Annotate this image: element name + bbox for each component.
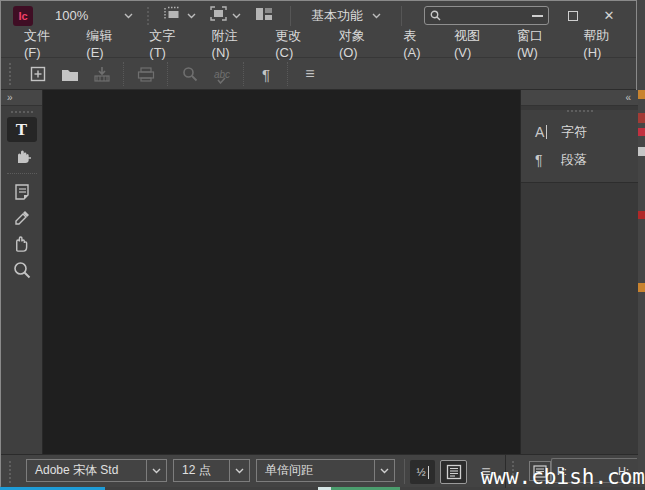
type-tool-icon: T [16, 120, 27, 140]
menu-file[interactable]: 文件(F) [13, 30, 75, 57]
font-size-select[interactable]: 12 点 [173, 459, 250, 482]
note-tool[interactable] [7, 179, 37, 204]
separator [7, 173, 37, 174]
position-tool-icon [12, 146, 32, 166]
separator [243, 62, 245, 86]
separator [404, 459, 405, 484]
line-numbers-toggle[interactable]: ½ [410, 460, 435, 484]
right-dock-panel: « A 字符 ¶ 段落 [520, 90, 638, 454]
type-tool[interactable]: T [7, 117, 37, 142]
print-button[interactable] [130, 61, 162, 87]
zoom-tool-icon [13, 261, 31, 279]
menu-edit[interactable]: 编辑(E) [75, 30, 138, 57]
zoom-level-value: 100% [55, 8, 88, 23]
screen-mode-icon [210, 6, 227, 25]
bottom-drag-handle[interactable] [9, 461, 11, 483]
toolbar-drag-handle[interactable] [9, 63, 12, 85]
incopy-logo: Ic [13, 6, 33, 26]
galley-view-icon [446, 464, 462, 480]
separator [167, 62, 169, 86]
print-icon [137, 67, 155, 82]
font-family-value: Adobe 宋体 Std [27, 462, 146, 479]
arrange-documents-icon [255, 7, 273, 25]
expand-panel-icon: » [7, 92, 12, 103]
find-button[interactable] [174, 61, 206, 87]
new-document-icon [30, 66, 46, 82]
line-numbers-icon-bar [428, 466, 429, 479]
search-icon [182, 66, 198, 82]
tools-panel-header[interactable]: » [1, 90, 42, 106]
menu-bar: 文件(F) 编辑(E) 文字(T) 附注(N) 更改(C) 对象(O) 表(A)… [1, 30, 636, 58]
position-tool[interactable] [7, 143, 37, 168]
collapse-panel-icon: « [625, 92, 630, 103]
new-document-button[interactable] [22, 61, 54, 87]
separator [123, 62, 125, 86]
open-document-button[interactable] [54, 61, 86, 87]
hand-tool[interactable] [7, 231, 37, 256]
open-folder-icon [61, 67, 79, 82]
galley-view-toggle[interactable] [440, 460, 467, 484]
zoom-level-dropdown[interactable]: 100% [55, 8, 133, 23]
menu-table[interactable]: 表(A) [392, 30, 443, 57]
menu-object[interactable]: 对象(O) [328, 30, 392, 57]
maximize-icon [568, 11, 578, 21]
line-numbers-icon: ½ [416, 466, 425, 478]
check-in-icon [93, 66, 111, 82]
chevron-down-icon [146, 460, 166, 481]
arrange-documents-button[interactable] [248, 1, 280, 30]
search-icon [430, 10, 441, 21]
close-icon: ✕ [604, 9, 615, 22]
maximize-button[interactable] [555, 1, 591, 30]
paragraph-panel-icon: ¶ [535, 152, 561, 168]
toolbar: abc ¶ ≡ [1, 59, 636, 90]
character-panel-icon: A [535, 124, 561, 140]
separator [401, 6, 402, 26]
document-area[interactable]: » T [1, 90, 638, 454]
workspace-switcher[interactable]: 基本功能 [301, 7, 391, 25]
panel-tab-paragraph[interactable]: ¶ 段落 [521, 146, 638, 174]
chevron-down-icon [187, 11, 196, 20]
chevron-down-icon [229, 460, 249, 481]
menu-help[interactable]: 帮助(H) [572, 30, 636, 57]
check-in-button[interactable] [86, 61, 118, 87]
chevron-down-icon [232, 11, 241, 20]
window-controls: ✕ [519, 1, 627, 30]
spell-check-button[interactable]: abc [206, 61, 238, 87]
menu-notes[interactable]: 附注(N) [201, 30, 265, 57]
drag-handle[interactable] [147, 7, 149, 25]
hamburger-menu-icon: ≡ [305, 65, 314, 83]
menu-window[interactable]: 窗口(W) [506, 30, 572, 57]
separator [287, 62, 289, 86]
right-panel-header[interactable]: « [521, 90, 638, 106]
menu-changes[interactable]: 更改(C) [264, 30, 328, 57]
font-size-value: 12 点 [174, 462, 229, 479]
close-button[interactable]: ✕ [591, 1, 627, 30]
panel-group: A 字符 ¶ 段落 [521, 110, 638, 183]
panel-drag-handle[interactable] [567, 110, 593, 112]
menu-type[interactable]: 文字(T) [138, 30, 200, 57]
screenshot-stage: Ic 100% [0, 0, 645, 490]
application-bar: Ic 100% [1, 1, 636, 30]
chevron-down-icon [372, 11, 381, 20]
chevron-down-icon [374, 460, 394, 481]
font-family-select[interactable]: Adobe 宋体 Std [26, 459, 167, 482]
tools-panel: » T [1, 90, 43, 454]
panel-tab-label: 字符 [561, 123, 587, 141]
spell-check-icon: abc [214, 69, 230, 80]
menu-view[interactable]: 视图(V) [443, 30, 506, 57]
view-options-dropdown[interactable] [157, 1, 203, 30]
leading-select[interactable]: 单倍间距 [256, 459, 395, 482]
watermark: www.cbish.com [481, 465, 645, 489]
note-tool-icon [13, 183, 31, 201]
eyedropper-tool[interactable] [7, 205, 37, 230]
toolbar-menu-button[interactable]: ≡ [294, 61, 326, 87]
leading-value: 单倍间距 [257, 462, 374, 479]
minimize-button[interactable] [519, 1, 555, 30]
show-hidden-characters-button[interactable]: ¶ [250, 61, 282, 87]
panel-tab-character[interactable]: A 字符 [521, 118, 638, 146]
chevron-down-icon [124, 11, 133, 20]
zoom-tool[interactable] [7, 257, 37, 282]
pilcrow-icon: ¶ [262, 66, 270, 83]
tools-drag-handle[interactable] [11, 111, 33, 113]
screen-mode-dropdown[interactable] [203, 1, 248, 30]
